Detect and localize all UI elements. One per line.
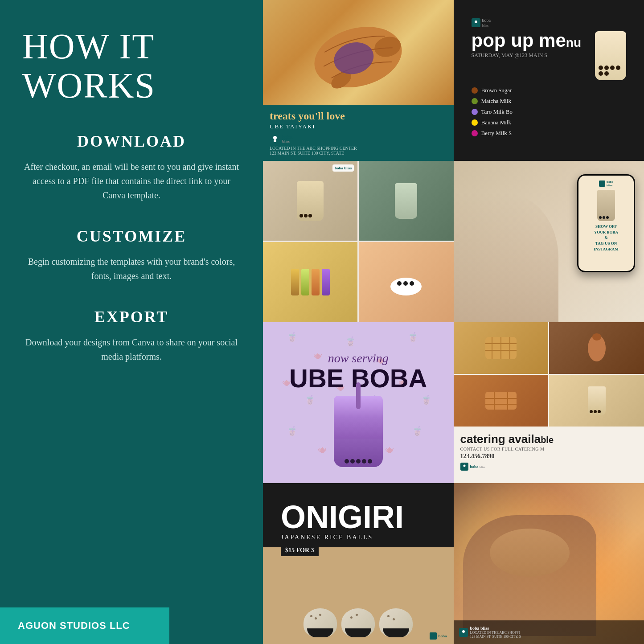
right-panel: treats you'll love UBE TAIYAKI boba blis… — [263, 0, 644, 644]
svg-point-6 — [475, 21, 477, 23]
catering-phone: 123.456.7890 — [460, 453, 638, 460]
card-treats: treats you'll love UBE TAIYAKI boba blis… — [263, 0, 454, 161]
svg-text:🫖: 🫖 — [385, 445, 394, 454]
section-download-title: DOWNLOAD — [22, 132, 241, 151]
collage-cell-1: boba bliss — [263, 161, 357, 241]
treats-tagline: treats you'll love — [270, 110, 447, 122]
popup-logo: bobabliss — [472, 18, 582, 28]
showoff-text: SHOW OFFYOUR BOBA&TAG US ONINSTAGRAM — [594, 224, 618, 252]
taiyaki-image — [263, 0, 454, 116]
section-customize: CUSTOMIZE Begin customizing the template… — [22, 227, 241, 283]
onigiri-title: ONIGIRI — [281, 501, 436, 533]
collage-cell-2 — [359, 161, 453, 241]
svg-text:🧋: 🧋 — [421, 394, 432, 405]
onigiri-subtitle: JAPANESE RICE BALLS — [281, 534, 436, 541]
section-download-desc: After checkout, an email will be sent to… — [22, 160, 241, 202]
section-export-title: EXPORT — [22, 308, 241, 326]
onigiri-logo: boba — [430, 632, 447, 640]
popup-menu-items: Brown Sugar Matcha Milk Taro Milk Bo Ban… — [472, 87, 627, 137]
card-collage: boba bliss — [263, 161, 454, 322]
card-8-address: LOCATED IN THE ABC SHOPPI123 MAIN ST. SU… — [470, 631, 521, 639]
catering-title: catering available — [460, 433, 638, 445]
catering-img-3 — [454, 375, 549, 427]
boba-icon — [270, 134, 280, 144]
svg-point-37 — [462, 630, 465, 633]
treats-subtitle: UBE TAIYAKI — [270, 123, 447, 130]
collage-cell-4 — [359, 242, 453, 322]
card-catering: catering available CONTACT US FOR FULL C… — [454, 322, 644, 483]
svg-point-4 — [273, 136, 277, 139]
popup-date: SATURDAY, MAY @123 MAIN S — [472, 52, 582, 59]
section-download: DOWNLOAD After checkout, an email will b… — [22, 132, 241, 202]
woman-silhouette — [463, 515, 596, 636]
svg-rect-5 — [274, 139, 276, 142]
onigiri-balls — [263, 608, 454, 640]
treats-logo: boba bliss — [270, 134, 292, 144]
section-export-desc: Download your designs from Canva to shar… — [22, 335, 241, 364]
catering-subtitle: CONTACT US FOR FULL CATERING M — [460, 447, 638, 451]
svg-rect-31 — [485, 392, 517, 410]
treats-logo-row: boba bliss — [270, 134, 447, 144]
card-8-logo-text: boba bliss — [470, 626, 521, 631]
treats-address: LOCATED IN THE ABC SHOPPING CENTER123 MA… — [270, 146, 447, 156]
main-title: HOW IT WORKS — [22, 27, 241, 105]
popup-title: pop up menu — [472, 31, 582, 50]
company-name: AGUON STUDIOS LLC — [18, 620, 152, 632]
svg-text:🧋: 🧋 — [304, 394, 316, 405]
card-ube: 🧋 🫖 🧋 🫖 🧋 🫖 🧋 🫖 🧋 🫖 🧋 🧋 🫖 🧋 — [263, 322, 454, 483]
card-onigiri: ONIGIRI JAPANESE RICE BALLS $15 FOR 3 — [263, 483, 454, 644]
left-panel: HOW IT WORKS DOWNLOAD After checkout, an… — [0, 0, 263, 644]
company-badge: AGUON STUDIOS LLC — [0, 607, 169, 644]
section-customize-desc: Begin customizing the templates with you… — [22, 254, 241, 283]
taiyaki-svg — [300, 6, 416, 109]
catering-img-2 — [549, 322, 644, 374]
svg-text:🧋: 🧋 — [287, 425, 298, 436]
card-showoff: bobabliss SHOW OFFYOUR BOBA&TAG US ONINS… — [454, 161, 644, 322]
card-treats-bottom: treats you'll love UBE TAIYAKI boba blis… — [263, 105, 454, 161]
collage-cell-3 — [263, 242, 357, 322]
svg-text:🧋: 🧋 — [412, 425, 423, 436]
svg-point-36 — [463, 465, 465, 467]
catering-info: catering available CONTACT US FOR FULL C… — [454, 427, 644, 483]
onigiri-price: $15 FOR 3 — [281, 545, 319, 556]
card-woman: boba bliss LOCATED IN THE ABC SHOPPI123 … — [454, 483, 644, 644]
catering-img-4 — [549, 375, 644, 427]
section-export: EXPORT Download your designs from Canva … — [22, 308, 241, 364]
svg-point-30 — [592, 333, 601, 340]
card-popup: bobabliss pop up menu SATURDAY, MAY @123… — [454, 0, 644, 161]
card-8-overlay: boba bliss LOCATED IN THE ABC SHOPPI123 … — [454, 620, 644, 644]
section-customize-title: CUSTOMIZE — [22, 227, 241, 246]
catering-img-1 — [454, 322, 549, 374]
catering-logo: boba bliss — [460, 463, 638, 471]
svg-text:🫖: 🫖 — [318, 445, 327, 454]
boba-logo-name: boba bliss — [282, 134, 292, 144]
